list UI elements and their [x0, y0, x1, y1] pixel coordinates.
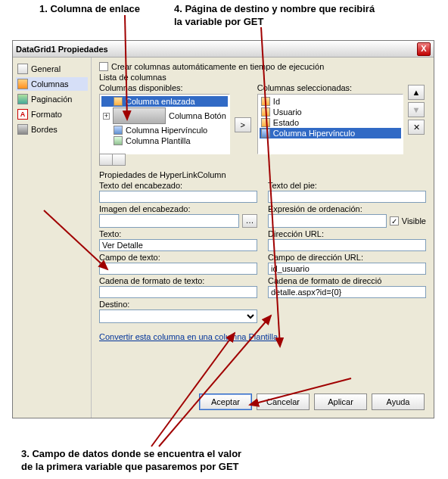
apply-button[interactable]: Aplicar — [314, 393, 367, 410]
autocreate-checkbox[interactable] — [99, 62, 108, 71]
url-field-input[interactable] — [268, 263, 426, 275]
header-image-label: Imagen del encabezado: — [99, 204, 257, 213]
dialog-button-bar: Aceptar Cancelar Aplicar Ayuda — [199, 393, 425, 410]
sidebar-item-label: Paginación — [31, 95, 72, 104]
sidebar-item-label: Bordes — [31, 125, 58, 134]
help-button[interactable]: Ayuda — [372, 393, 425, 410]
avail-item-template[interactable]: Columna Plantilla — [101, 135, 228, 146]
avail-item-link[interactable]: Columna Hipervínculo — [101, 125, 228, 135]
button-column-icon — [113, 107, 166, 124]
sidebar-item-bordes[interactable]: Bordes — [16, 123, 88, 136]
sel-item-estado[interactable]: Estado — [260, 117, 401, 128]
sidebar-item-label: Columnas — [31, 79, 69, 89]
footer-text-label: Texto del pie: — [268, 181, 426, 190]
sidebar-item-paginacion[interactable]: Paginación — [16, 92, 88, 106]
general-icon — [17, 64, 28, 74]
text-field-input[interactable] — [99, 263, 257, 275]
url-field-label: Campo de dirección URL: — [268, 253, 426, 262]
move-up-button[interactable]: ▲ — [408, 85, 425, 100]
url-format-label: Cadena de formato de direcció — [268, 276, 426, 285]
visible-label: Visible — [402, 216, 426, 226]
text-format-label: Cadena de formato de texto: — [99, 276, 257, 285]
url-input[interactable] — [268, 239, 426, 251]
close-button[interactable]: X — [417, 42, 431, 56]
destino-label: Destino: — [99, 300, 257, 309]
footer-text-input[interactable] — [268, 191, 426, 203]
sel-item-usuario[interactable]: Usuario — [260, 107, 401, 117]
avail-item-button[interactable]: + Columna Botón — [101, 107, 228, 125]
bound-column-icon — [261, 107, 270, 117]
sidebar-item-label: Formato — [31, 110, 62, 119]
hyperlink-column-icon — [261, 129, 270, 138]
annotation-4: 4. Página de destino y nombre que recibi… — [174, 3, 375, 29]
destino-select[interactable] — [99, 309, 257, 323]
header-image-input[interactable] — [99, 214, 239, 228]
selected-label: Columnas seleccionadas: — [257, 83, 403, 92]
hyperlink-column-icon — [114, 126, 123, 135]
sort-expr-label: Expresión de ordenación: — [268, 204, 426, 213]
listbox-tab-1[interactable] — [99, 154, 113, 166]
selected-listbox[interactable]: Id Usuario Estado Columna Hipervínc — [257, 94, 403, 154]
main-panel: Crear columnas automáticamente en tiempo… — [92, 58, 434, 418]
expand-icon[interactable]: + — [103, 113, 110, 120]
titlebar: DataGrid1 Propiedades X — [13, 41, 434, 58]
convert-template-link[interactable]: Convertir esta columna en una columna Pl… — [99, 332, 278, 341]
header-text-label: Texto del encabezado: — [99, 181, 257, 190]
listbox-tab-2[interactable] — [112, 154, 126, 166]
url-label: Dirección URL: — [268, 229, 426, 238]
sidebar-item-general[interactable]: General — [16, 62, 88, 76]
columns-icon — [17, 79, 28, 89]
header-image-browse[interactable]: … — [242, 214, 257, 228]
remove-column-button[interactable]: ✕ — [408, 120, 425, 135]
sidebar: General Columnas Paginación A Formato Bo… — [13, 58, 92, 418]
cancel-button[interactable]: Cancelar — [257, 393, 310, 410]
text-format-input[interactable] — [99, 286, 257, 298]
sel-item-link[interactable]: Columna Hipervínculo — [260, 128, 401, 138]
header-text-input[interactable] — [99, 191, 257, 203]
text-field-label: Campo de texto: — [99, 253, 257, 262]
text-input[interactable] — [99, 239, 257, 251]
bound-column-icon — [261, 118, 270, 127]
bound-column-icon — [261, 97, 270, 106]
available-listbox[interactable]: Columna enlazada + Columna Botón Columna… — [99, 94, 230, 154]
annotation-3: 3. Campo de datos donde se encuentra el … — [21, 448, 241, 474]
move-down-button[interactable]: ▼ — [408, 102, 425, 117]
autocreate-label: Crear columnas automáticamente en tiempo… — [111, 62, 324, 71]
annotation-1: 1. Columna de enlace — [39, 3, 140, 16]
sidebar-item-formato[interactable]: A Formato — [16, 107, 88, 121]
url-format-input[interactable] — [268, 286, 426, 298]
sidebar-item-columnas[interactable]: Columnas — [16, 77, 88, 91]
available-label: Columnas disponibles: — [99, 83, 230, 92]
text-label: Texto: — [99, 229, 257, 238]
add-column-button[interactable]: > — [235, 117, 251, 132]
properties-dialog: DataGrid1 Propiedades X General Columnas… — [12, 40, 434, 418]
dialog-title: DataGrid1 Propiedades — [16, 45, 417, 54]
sel-item-id[interactable]: Id — [260, 96, 401, 107]
visible-checkbox[interactable]: ✓ — [390, 216, 399, 226]
format-icon: A — [17, 109, 28, 120]
lista-columnas-label: Lista de columnas — [99, 73, 426, 82]
borders-icon — [17, 124, 28, 135]
sort-expr-input[interactable] — [268, 214, 387, 228]
sidebar-item-label: General — [31, 64, 61, 73]
paging-icon — [17, 94, 28, 104]
bound-column-icon — [114, 97, 123, 106]
template-column-icon — [114, 136, 123, 145]
accept-button[interactable]: Aceptar — [199, 393, 252, 410]
props-section-title: Propiedades de HyperLinkColumn — [99, 170, 426, 179]
avail-item-bound[interactable]: Columna enlazada — [101, 96, 228, 107]
